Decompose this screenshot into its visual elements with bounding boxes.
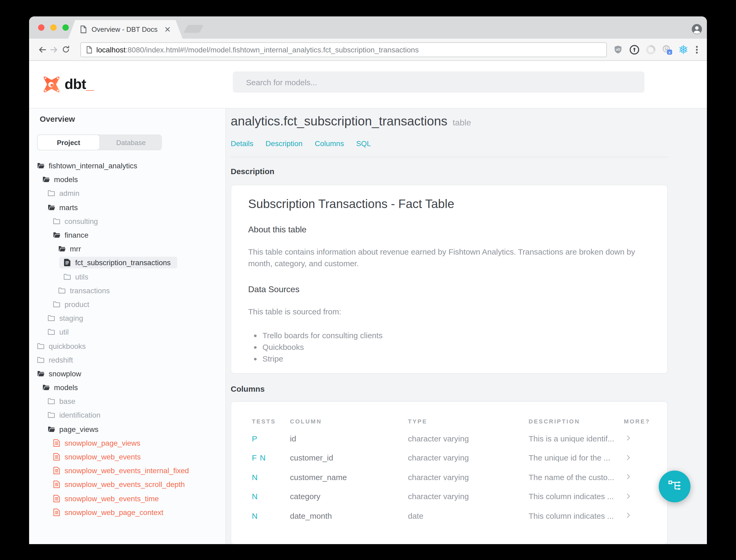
tree-item-transactions[interactable]: transactions <box>29 283 226 297</box>
tree-item-quickbooks[interactable]: quickbooks <box>29 339 226 353</box>
tree-item-util[interactable]: util <box>29 325 226 339</box>
tree-item-identification[interactable]: identification <box>29 408 226 422</box>
tree-item-product[interactable]: product <box>29 297 226 311</box>
tab-project[interactable]: Project <box>37 134 100 150</box>
onepassword-icon[interactable] <box>629 44 640 55</box>
tree-item-snowplow_page_views[interactable]: snowplow_page_views <box>29 436 226 450</box>
chevron-right-icon[interactable] <box>624 492 651 501</box>
new-tab-button[interactable] <box>184 25 204 33</box>
table-row-category[interactable]: Ncategorycharacter varyingThis column in… <box>252 487 651 506</box>
tree-item-snowplow_web_events_internal_fixed[interactable]: snowplow_web_events_internal_fixed <box>29 464 226 477</box>
folder-icon <box>37 343 44 349</box>
folder-open-icon <box>42 177 50 183</box>
test-badge-n: N <box>252 511 258 520</box>
column-header-tests: TESTS <box>252 418 290 424</box>
tree-item-label: identification <box>59 411 101 419</box>
chevron-right-icon[interactable] <box>624 434 651 443</box>
folder-icon <box>48 329 55 335</box>
dbt-logo-underscore: _ <box>86 76 94 92</box>
cell-column-type: character varying <box>408 434 528 443</box>
search-input[interactable] <box>233 71 644 93</box>
lineage-graph-button[interactable] <box>659 471 690 502</box>
cell-column-description: This column indicates ... <box>528 511 624 520</box>
page-icon <box>80 25 87 33</box>
chevron-right-icon[interactable] <box>624 453 651 463</box>
about-text: This table contains information about re… <box>248 246 650 269</box>
tab-close-icon[interactable]: ✕ <box>164 25 171 33</box>
tree-item-snowplow_web_page_context[interactable]: snowplow_web_page_context <box>29 505 226 519</box>
svg-text:x: x <box>669 50 671 54</box>
browser-tab[interactable]: Overview - DBT Docs ✕ <box>68 20 183 39</box>
tree-item-snowplow_web_events_time[interactable]: snowplow_web_events_time <box>29 491 226 505</box>
url-path: :8080/index.html#!/model/model.fishtown_… <box>126 45 419 54</box>
data-source-item: Trello boards for consulting clients <box>263 330 650 341</box>
table-row-date_month[interactable]: Ndate_monthdateThis column indicates ... <box>252 506 651 525</box>
data-source-item: Stripe <box>263 353 650 365</box>
tree-item-snowplow_web_events_scroll_depth[interactable]: snowplow_web_events_scroll_depth <box>29 478 226 491</box>
browser-menu-icon[interactable] <box>692 45 702 54</box>
chevron-right-icon[interactable] <box>624 472 651 482</box>
tree-item-utils[interactable]: utils <box>29 270 226 283</box>
back-icon[interactable] <box>37 42 48 57</box>
folder-icon <box>53 218 60 224</box>
tree-item-models[interactable]: models <box>29 381 226 394</box>
table-row-customer_name[interactable]: Ncustomer_namecharacter varyingThe name … <box>252 467 651 487</box>
tree-item-consulting[interactable]: consulting <box>29 214 226 228</box>
cell-column-type: character varying <box>408 473 528 482</box>
tree-item-redshift[interactable]: redshift <box>29 353 226 367</box>
tree-item-marts[interactable]: marts <box>29 200 226 214</box>
tree-item-pill: page_views <box>43 423 105 435</box>
tree-item-pill: snowplow_web_events <box>49 451 147 463</box>
tree-item-models[interactable]: models <box>29 173 226 186</box>
tree-item-pill: transactions <box>54 285 116 296</box>
tree-item-fishtown_internal_analytics[interactable]: fishtown_internal_analytics <box>29 159 226 173</box>
reload-icon[interactable] <box>60 42 72 57</box>
data-sources-intro: This table is sourced from: <box>248 306 650 318</box>
extension-ring-icon[interactable] <box>645 44 656 55</box>
address-bar[interactable]: localhost:8080/index.html#!/model/model.… <box>80 42 607 57</box>
tree-item-finance[interactable]: finance <box>29 228 226 242</box>
doc-heading: Subscription Transactions - Fact Table <box>248 196 650 212</box>
nav-link-details[interactable]: Details <box>231 139 254 148</box>
tree-item-label: snowplow_web_page_context <box>65 508 164 517</box>
column-header-more: MORE? <box>624 418 651 424</box>
profile-avatar-icon[interactable] <box>691 23 703 35</box>
tree-item-pill: redshift <box>33 354 79 365</box>
tree-item-label: models <box>54 383 78 392</box>
description-section-label: Description <box>231 167 707 176</box>
tree-item-label: fishtown_internal_analytics <box>49 161 137 170</box>
tree-item-staging[interactable]: staging <box>29 311 226 325</box>
session-x-icon[interactable]: x <box>662 44 672 55</box>
window-close-button[interactable] <box>38 24 44 31</box>
chevron-right-icon[interactable] <box>624 511 651 521</box>
tree-item-mrr[interactable]: mrr <box>29 242 226 256</box>
tree-item-snowplow[interactable]: snowplow <box>29 367 226 381</box>
ublock-shield-icon[interactable]: uO <box>613 44 623 55</box>
sidebar: Overview Project Database fishtown_inter… <box>29 109 226 544</box>
nav-link-columns[interactable]: Columns <box>315 139 344 148</box>
file-outline-icon <box>53 495 60 502</box>
table-row-id[interactable]: Pidcharacter varyingThis is a unique ide… <box>252 429 651 448</box>
data-source-item: Quickbooks <box>263 341 650 353</box>
window-zoom-button[interactable] <box>62 24 69 31</box>
snowflake-icon[interactable] <box>678 44 689 55</box>
folder-open-icon <box>58 246 66 252</box>
tree-item-page_views[interactable]: page_views <box>29 422 226 436</box>
tree-item-fct_subscription_transactions[interactable]: fct_subscription_transactions <box>29 256 226 270</box>
tree-item-admin[interactable]: admin <box>29 187 226 200</box>
nav-link-description[interactable]: Description <box>266 139 303 148</box>
nav-link-sql[interactable]: SQL <box>356 139 371 148</box>
tree-item-pill: models <box>38 174 84 186</box>
tree-item-label: snowplow_web_events <box>65 453 141 461</box>
table-row-customer_id[interactable]: FNcustomer_idcharacter varyingThe unique… <box>252 448 651 467</box>
tree-item-snowplow_web_events[interactable]: snowplow_web_events <box>29 450 226 464</box>
tab-database[interactable]: Database <box>100 134 162 150</box>
cell-column-description: This is a unique identif... <box>528 434 624 443</box>
window-minimize-button[interactable] <box>50 24 57 31</box>
forward-icon[interactable] <box>48 42 60 57</box>
tree-item-base[interactable]: base <box>29 394 226 408</box>
tree-item-label: consulting <box>65 217 98 225</box>
description-card: Subscription Transactions - Fact Table A… <box>231 185 668 374</box>
tree-item-pill: utils <box>59 271 95 282</box>
folder-open-icon <box>48 426 55 432</box>
